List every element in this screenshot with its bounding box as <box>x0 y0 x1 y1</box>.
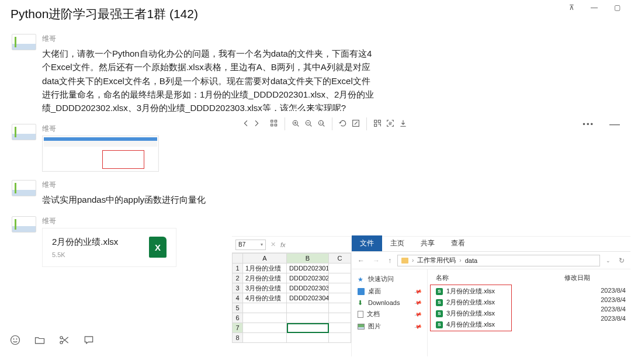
chat-title: Python进阶学习最强王者1群 (142) <box>0 0 631 28</box>
explorer-panel: 文件 主页 共享 查看 ← → ↑ › 工作常用代码 › data ⌄ ↻ <box>352 237 630 356</box>
file-size: 5.5K <box>52 251 118 258</box>
avatar[interactable] <box>12 124 36 140</box>
svg-text:文: 文 <box>389 123 391 126</box>
chat-message: 维哥 大佬们，请教一个Python自动化办公的问题，我有一个名为data的文件夹… <box>0 30 631 120</box>
svg-rect-8 <box>275 124 276 126</box>
col-header: C <box>329 254 351 264</box>
zoom-in-icon[interactable] <box>291 119 300 130</box>
explorer-sidebar: ★ 快速访问 桌面 📌 ⬇ Downloads 📌 <box>352 269 428 356</box>
svg-point-1 <box>13 339 14 339</box>
scissors-icon[interactable] <box>58 334 70 348</box>
col-header: B <box>287 254 329 264</box>
qr-icon[interactable] <box>373 119 382 130</box>
nav-back-icon[interactable]: ← <box>355 256 367 265</box>
file-row[interactable]: S1月份的业绩.xlsx <box>432 286 552 297</box>
xlsx-icon: S <box>436 321 443 328</box>
zoom-fit-icon[interactable]: 1:1 <box>317 119 326 130</box>
svg-rect-14 <box>375 120 377 122</box>
refresh-icon[interactable]: ↻ <box>616 256 627 265</box>
file-attachment[interactable]: 2月份的业绩.xlsx 5.5K X <box>42 228 176 267</box>
tab-view[interactable]: 查看 <box>443 235 473 251</box>
folder-icon <box>401 258 408 264</box>
svg-rect-6 <box>275 120 276 122</box>
excel-grid[interactable]: A B C 11月份的业绩DDDD202301 22月份的业绩DDDD20230… <box>232 253 351 343</box>
ocr-icon[interactable]: 文 <box>386 119 395 130</box>
overlay-toolbar: 1:1 文 ••• — <box>232 111 630 137</box>
svg-rect-15 <box>378 120 380 122</box>
breadcrumb[interactable]: › 工作常用代码 › data <box>397 255 600 266</box>
image-attachment[interactable] <box>42 136 159 172</box>
forward-icon[interactable] <box>252 119 261 130</box>
maximize-icon[interactable]: ▢ <box>614 4 620 12</box>
zoom-out-icon[interactable] <box>304 119 313 130</box>
fx-icon[interactable]: fx <box>280 241 286 248</box>
file-row[interactable]: S4月份的业绩.xlsx <box>432 319 552 330</box>
sidebar-documents[interactable]: 文档 📌 <box>352 308 427 320</box>
tab-home[interactable]: 主页 <box>382 235 412 251</box>
svg-point-3 <box>60 337 63 339</box>
message-text: 大佬们，请教一个Python自动化办公的问题，我有一个名为data的文件夹，下面… <box>42 46 375 116</box>
excel-name-box[interactable]: B7▾ <box>235 240 266 250</box>
svg-rect-5 <box>271 120 273 122</box>
avatar[interactable] <box>12 216 36 233</box>
rotate-icon[interactable] <box>338 119 348 130</box>
sidebar-downloads[interactable]: ⬇ Downloads 📌 <box>352 297 427 308</box>
nav-forward-icon: → <box>370 256 382 265</box>
sidebar-quick-access[interactable]: ★ 快速访问 <box>352 273 427 285</box>
avatar[interactable] <box>12 34 36 50</box>
minimize-icon[interactable]: — <box>591 4 598 12</box>
explorer-file-area: 名称 S1月份的业绩.xlsx S2月份的业绩.xlsx S3月份的业绩.xls… <box>428 269 630 356</box>
back-icon[interactable] <box>241 119 251 130</box>
document-icon <box>358 311 363 318</box>
file-date: 2023/8/4 <box>561 314 626 323</box>
tab-file[interactable]: 文件 <box>352 235 382 251</box>
svg-point-4 <box>60 341 63 344</box>
download-icon: ⬇ <box>358 299 365 306</box>
excel-icon: X <box>149 237 167 258</box>
star-icon: ★ <box>358 276 365 283</box>
more-icon[interactable]: ••• <box>583 120 594 129</box>
emoji-icon[interactable] <box>9 334 21 348</box>
desktop-icon <box>358 288 365 295</box>
excel-cancel-icon[interactable]: ✕ <box>269 241 277 248</box>
file-date: 2023/8/4 <box>561 295 626 304</box>
column-date[interactable]: 修改日期 <box>561 272 626 286</box>
chat-bubble-icon[interactable] <box>83 334 95 348</box>
chat-input-toolbar <box>9 334 95 348</box>
window-controls: ⊼ — ▢ <box>559 0 631 15</box>
svg-rect-16 <box>375 124 377 126</box>
file-name: 2月份的业绩.xlsx <box>52 237 118 248</box>
xlsx-icon: S <box>436 299 443 306</box>
file-row[interactable]: S3月份的业绩.xlsx <box>432 308 552 319</box>
dropdown-icon[interactable]: ⌄ <box>604 258 613 264</box>
col-header: A <box>243 254 287 264</box>
pin-icon: 📌 <box>414 322 422 330</box>
tab-share[interactable]: 共享 <box>412 235 443 251</box>
folder-icon[interactable] <box>34 334 46 348</box>
sender-name: 维哥 <box>42 34 619 44</box>
nav-up-icon[interactable]: ↑ <box>386 256 394 265</box>
excel-panel: B7▾ ✕ fx A B C 11月份的业绩DDDD202301 22月份的业绩… <box>232 237 352 356</box>
file-date: 2023/8/4 <box>561 304 626 314</box>
svg-text:1:1: 1:1 <box>320 122 324 124</box>
apps-icon[interactable] <box>269 119 279 130</box>
svg-point-0 <box>11 336 20 345</box>
overlay-preview-area <box>232 137 630 236</box>
file-row[interactable]: S2月份的业绩.xlsx <box>432 297 552 308</box>
pin-icon[interactable]: ⊼ <box>569 4 574 12</box>
column-name[interactable]: 名称 <box>432 272 552 286</box>
pin-icon: 📌 <box>414 299 422 307</box>
sidebar-pictures[interactable]: 图片 📌 <box>352 320 427 332</box>
svg-point-2 <box>16 339 17 339</box>
minimize-overlay-icon[interactable]: — <box>606 118 626 130</box>
pictures-icon <box>358 324 365 330</box>
pin-icon: 📌 <box>414 287 422 295</box>
edit-icon[interactable] <box>351 119 360 130</box>
sidebar-desktop[interactable]: 桌面 📌 <box>352 285 427 297</box>
explorer-address-bar: ← → ↑ › 工作常用代码 › data ⌄ ↻ <box>352 252 630 269</box>
overlay-window: 1:1 文 ••• — B7▾ ✕ fx A <box>232 111 630 356</box>
avatar[interactable] <box>12 180 36 196</box>
file-date: 2023/8/4 <box>561 286 626 295</box>
download-icon[interactable] <box>398 119 408 130</box>
pin-icon: 📌 <box>414 310 422 318</box>
